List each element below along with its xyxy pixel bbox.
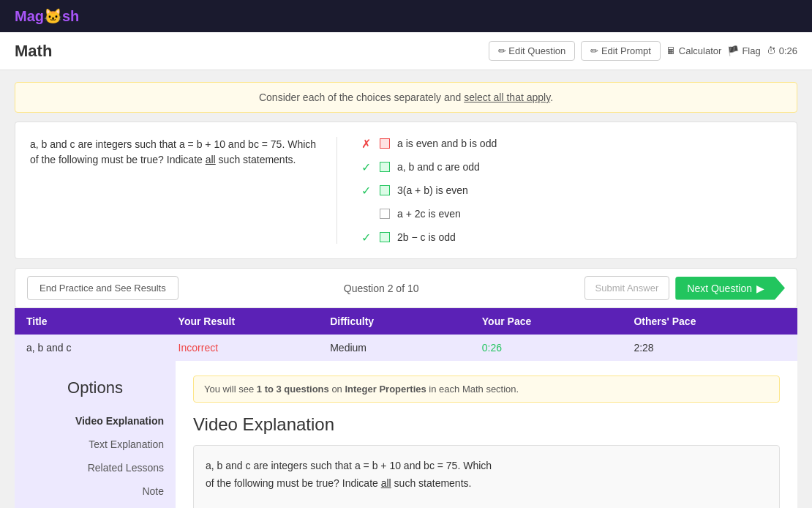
question-counter: Question 2 of 10 (344, 283, 419, 294)
question-text: a, b and c are integers such that a = b … (30, 137, 337, 244)
choice-c-row: ✓ 3(a + b) is even (359, 184, 782, 197)
choice-d-checkbox[interactable] (380, 209, 390, 219)
empty-status (359, 208, 372, 220)
edit-prompt-button[interactable]: ✏ Edit Prompt (581, 41, 661, 61)
next-question-label: Next Question (687, 283, 752, 294)
edit-question-button[interactable]: ✏ Edit Question (489, 41, 576, 61)
choice-b-row: ✓ a, b and c are odd (359, 160, 782, 173)
clock-icon: ⏱ (767, 45, 776, 56)
choice-b-status-icon: ✓ (359, 160, 372, 173)
logo[interactable]: Mag🐱sh (15, 7, 79, 25)
action-bar: End Practice and See Results Question 2 … (15, 268, 797, 308)
options-title: Options (15, 373, 176, 409)
notice-text2: . (550, 91, 553, 103)
timer-display: ⏱ 0:26 (767, 45, 797, 56)
flag-label: Flag (742, 45, 760, 56)
question-body2: such statements. (219, 154, 296, 165)
result-result-cell: Incorrect (178, 342, 331, 354)
header: Math ✏ Edit Question ✏ Edit Prompt 🖩 Cal… (0, 32, 812, 70)
explanation-content: a, b and c are integers such that a = b … (193, 445, 780, 508)
col-others-pace: Others' Pace (634, 315, 786, 327)
explanation-line2: of the following must be true? Indicate … (206, 475, 767, 493)
col-title: Title (26, 315, 178, 327)
choice-a-checkbox[interactable] (380, 138, 390, 149)
result-title-cell: a, b and c (26, 342, 178, 354)
logo-text-sh: sh (62, 8, 79, 24)
action-buttons: Submit Answer Next Question ▶ (584, 276, 785, 300)
choice-a-row: ✗ a is even and b is odd (359, 137, 782, 150)
choice-d-status-icon (359, 207, 372, 220)
flag-icon: 🏴 (727, 45, 739, 56)
choice-c-text: 3(a + b) is even (397, 184, 468, 196)
page-title: Math (15, 42, 52, 61)
option-video-explanation[interactable]: Video Explanation (15, 409, 176, 433)
select-all-link[interactable]: select all that apply (464, 91, 550, 103)
logo-text-mag: Mag (15, 8, 44, 24)
options-sidebar: Options Video Explanation Text Explanati… (15, 361, 176, 508)
choice-e-status-icon: ✓ (359, 231, 372, 244)
explanation-notice: You will see 1 to 3 questions on Integer… (193, 376, 780, 403)
option-question-admin[interactable]: Question Admin (15, 503, 176, 508)
result-others-pace-cell: 2:28 (634, 342, 786, 354)
apply-notice: Consider each of the choices separately … (15, 82, 797, 113)
choice-c-checkbox[interactable] (380, 185, 390, 195)
choice-c-status-icon: ✓ (359, 184, 372, 197)
col-result: Your Result (178, 315, 331, 327)
question-box: a, b and c are integers such that a = b … (15, 122, 797, 259)
correct-icon-c: ✓ (361, 184, 371, 198)
col-your-pace: Your Pace (482, 315, 634, 327)
option-note[interactable]: Note (15, 479, 176, 503)
calculator-label: Calculator (679, 45, 722, 56)
bottom-section: Options Video Explanation Text Explanati… (15, 361, 797, 508)
timer-value: 0:26 (779, 45, 797, 56)
result-difficulty-cell: Medium (330, 342, 482, 354)
main-content: Consider each of the choices separately … (0, 70, 812, 508)
option-text-explanation[interactable]: Text Explanation (15, 433, 176, 456)
results-table-header: Title Your Result Difficulty Your Pace O… (15, 308, 797, 335)
choice-d-row: a + 2c is even (359, 207, 782, 220)
next-arrow-icon: ▶ (756, 283, 764, 294)
result-your-pace-cell: 0:26 (482, 342, 634, 354)
header-actions: ✏ Edit Question ✏ Edit Prompt 🖩 Calculat… (489, 41, 797, 61)
explanation-underline: all (381, 477, 391, 489)
choice-e-text: 2b − c is odd (397, 231, 456, 243)
option-related-lessons[interactable]: Related Lessons (15, 456, 176, 479)
calculator-icon: 🖩 (666, 45, 676, 56)
answer-choices: ✗ a is even and b is odd ✓ a, b and c ar… (352, 137, 782, 244)
incorrect-icon: ✗ (361, 137, 371, 151)
results-table-row: a, b and c Incorrect Medium 0:26 2:28 (15, 335, 797, 361)
col-difficulty: Difficulty (330, 315, 482, 327)
correct-icon-b: ✓ (361, 160, 371, 174)
notice-bold-topic: Integer Properties (345, 384, 426, 395)
notice-bold-count: 1 to 3 questions (257, 384, 329, 395)
explanation-area: You will see 1 to 3 questions on Integer… (176, 361, 797, 508)
choice-a-text: a is even and b is odd (397, 138, 497, 149)
choice-e-row: ✓ 2b − c is odd (359, 231, 782, 244)
calculator-button[interactable]: 🖩 Calculator (666, 45, 722, 56)
next-question-button[interactable]: Next Question ▶ (675, 277, 785, 300)
end-practice-button[interactable]: End Practice and See Results (27, 276, 178, 300)
choice-d-text: a + 2c is even (397, 208, 461, 220)
notice-in-text: in each Math section. (429, 384, 519, 395)
flag-button[interactable]: 🏴 Flag (727, 45, 760, 56)
explanation-line1: a, b and c are integers such that a = b … (206, 457, 767, 475)
results-table: Title Your Result Difficulty Your Pace O… (15, 308, 797, 361)
choice-a-status-icon: ✗ (359, 137, 372, 150)
notice-text: Consider each of the choices separately … (259, 91, 464, 103)
submit-answer-button[interactable]: Submit Answer (584, 276, 670, 300)
choice-b-text: a, b and c are odd (397, 161, 480, 173)
choice-e-checkbox[interactable] (380, 232, 390, 242)
question-underline: all (206, 154, 216, 165)
correct-icon-e: ✓ (361, 231, 371, 244)
choice-b-checkbox[interactable] (380, 162, 390, 172)
explanation-title: Video Explanation (193, 414, 780, 435)
top-navigation: Mag🐱sh (0, 0, 812, 32)
logo-emoji: 🐱 (44, 8, 62, 24)
